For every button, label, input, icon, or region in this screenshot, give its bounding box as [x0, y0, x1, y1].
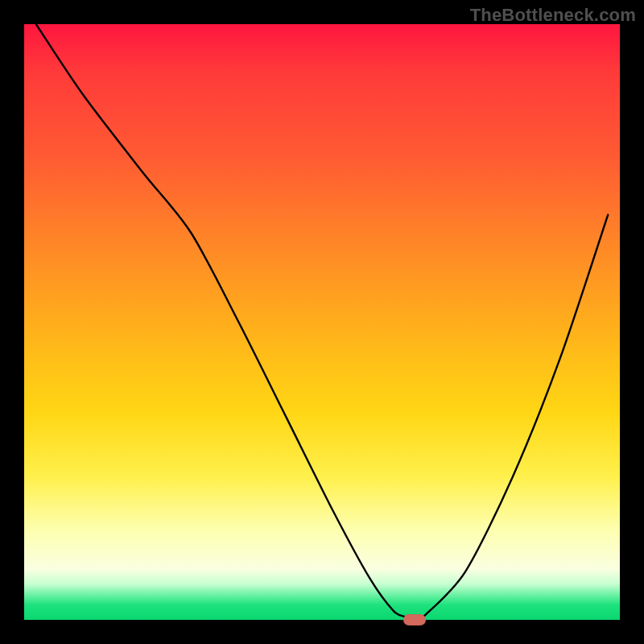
curve-path: [36, 24, 608, 620]
watermark-text: TheBottleneck.com: [470, 5, 636, 26]
bottleneck-curve: [24, 24, 620, 620]
chart-frame: TheBottleneck.com: [0, 0, 644, 644]
minimum-marker: [403, 614, 426, 625]
plot-area: [24, 24, 620, 620]
